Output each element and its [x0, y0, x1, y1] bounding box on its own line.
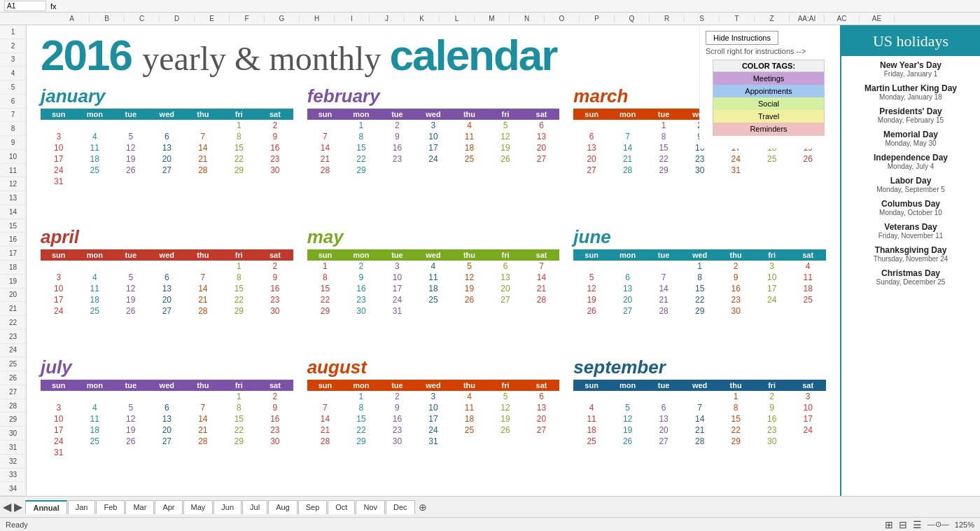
holiday-date: Monday, January 18: [848, 93, 973, 101]
day-cell: 29: [221, 165, 258, 176]
sheet-tab-aug[interactable]: Aug: [268, 500, 298, 514]
day-cell: 30: [257, 165, 293, 176]
month-table-june: sunmontuewedthufrisat1234567891011121314…: [573, 249, 826, 317]
day-cell: 25: [451, 153, 488, 165]
day-cell: 2: [379, 391, 416, 402]
day-cell: 29: [343, 436, 379, 447]
holiday-item: Independence DayMonday, July 4: [848, 153, 973, 170]
holiday-date: Monday, July 4: [848, 163, 973, 170]
day-cell: 2: [379, 120, 416, 131]
day-cell: 22: [221, 153, 258, 165]
day-cell: 25: [77, 436, 113, 447]
table-row: 20212223242526: [573, 153, 826, 165]
grid-view-icon[interactable]: ⊞: [885, 519, 893, 530]
day-cell: [41, 391, 77, 402]
day-cell: 15: [682, 283, 718, 294]
day-cell: [645, 261, 682, 272]
day-cell: [790, 305, 826, 317]
day-cell: 26: [113, 305, 149, 317]
sheet-tab-annual[interactable]: Annual: [25, 500, 66, 514]
day-cell: 15: [343, 142, 379, 153]
day-cell: 20: [524, 413, 560, 425]
day-cell: 25: [77, 165, 113, 176]
day-cell: 8: [343, 402, 379, 413]
day-cell: 7: [645, 272, 682, 283]
page-view-icon[interactable]: ⊟: [899, 519, 907, 530]
table-row: 14151617181920: [307, 142, 560, 153]
sheet-tab-jan[interactable]: Jan: [68, 500, 96, 514]
day-cell: 27: [573, 165, 610, 176]
day-cell: 28: [307, 436, 344, 447]
day-cell: 26: [113, 436, 149, 447]
day-cell: 3: [41, 402, 77, 413]
print-view-icon[interactable]: ☰: [913, 519, 922, 530]
table-row: 3456789: [41, 272, 293, 283]
day-cell: 30: [682, 165, 718, 176]
day-cell: 16: [718, 283, 754, 294]
day-cell: 22: [343, 153, 379, 165]
day-cell: 23: [754, 425, 790, 436]
table-row: 2728293031: [573, 165, 826, 176]
day-cell: [113, 447, 149, 458]
hide-instructions-button[interactable]: Hide Instructions: [706, 31, 778, 45]
day-cell: 26: [487, 425, 524, 436]
month-name-january: january: [41, 85, 293, 107]
day-cell: 19: [487, 413, 524, 425]
day-cell: 25: [754, 153, 790, 165]
day-cell: 13: [524, 402, 560, 413]
day-cell: [610, 120, 646, 131]
day-cell: 21: [307, 425, 344, 436]
day-cell: [573, 261, 610, 272]
month-table-february: sunmontuewedthufrisat1234567891011121314…: [307, 109, 560, 176]
day-cell: 16: [343, 283, 379, 294]
day-cell: 5: [487, 391, 524, 402]
sheet-tab-dec[interactable]: Dec: [386, 500, 415, 514]
nav-arrows[interactable]: ◀ ▶: [3, 500, 22, 513]
sheet-tab-nov[interactable]: Nov: [356, 500, 385, 514]
day-cell: 20: [645, 425, 682, 436]
day-cell: 30: [379, 436, 416, 447]
sheet-tab-mar[interactable]: Mar: [125, 500, 154, 514]
holiday-item: Christmas DaySunday, December 25: [848, 268, 973, 286]
day-cell: [149, 261, 186, 272]
sheet-tab-may[interactable]: May: [183, 500, 214, 514]
color-tag-item: Social: [713, 97, 824, 110]
day-cell: 5: [610, 402, 646, 413]
sheet-tab-sep[interactable]: Sep: [298, 500, 328, 514]
day-cell: 31: [41, 447, 77, 458]
day-cell: 11: [451, 402, 488, 413]
day-cell: 10: [754, 272, 790, 283]
day-cell: 12: [573, 283, 610, 294]
day-cell: 9: [257, 402, 293, 413]
zoom-slider[interactable]: —⊙—: [927, 520, 949, 529]
day-cell: 12: [113, 142, 149, 153]
day-cell: [682, 391, 718, 402]
day-cell: 24: [790, 425, 826, 436]
day-cell: 19: [113, 425, 149, 436]
table-row: 17181920212223: [41, 153, 293, 165]
sheet-tab-jul[interactable]: Jul: [242, 500, 267, 514]
day-cell: 4: [77, 402, 113, 413]
day-cell: 28: [185, 436, 221, 447]
right-panel: US holidays New Year's DayFriday, Januar…: [840, 25, 980, 496]
name-box[interactable]: A1: [4, 1, 46, 11]
day-cell: 24: [41, 165, 77, 176]
day-cell: 15: [718, 413, 754, 425]
day-cell: 6: [149, 131, 186, 142]
row-headers: 1 2 3 4 5 6 7 8 9 10 11 12 13 14 15 16 1…: [0, 25, 27, 496]
day-cell: 19: [573, 294, 610, 305]
sheet-tab-jun[interactable]: Jun: [214, 500, 241, 514]
day-cell: 15: [343, 413, 379, 425]
add-sheet-button[interactable]: ⊕: [419, 502, 427, 513]
sheet-tab-apr[interactable]: Apr: [155, 500, 182, 514]
sheet-tab-oct[interactable]: Oct: [328, 500, 355, 514]
day-cell: 18: [451, 413, 488, 425]
day-cell: [185, 447, 221, 458]
day-cell: 16: [754, 413, 790, 425]
table-row: 293031: [307, 305, 560, 317]
day-cell: 3: [415, 391, 451, 402]
day-cell: 3: [41, 272, 77, 283]
day-cell: 29: [221, 305, 258, 317]
holiday-item: Thanksgiving DayThursday, November 24: [848, 245, 973, 263]
sheet-tab-feb[interactable]: Feb: [96, 500, 125, 514]
